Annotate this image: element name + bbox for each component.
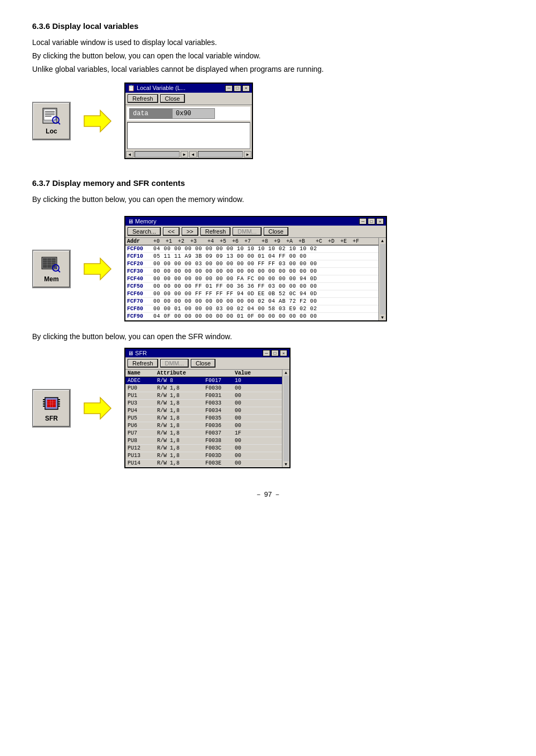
loc-icon-label: Loc xyxy=(46,128,57,135)
heading-636: 6.3.6 Display local variables xyxy=(32,21,504,31)
table-row: FCF4000 00 00 00 00 00 00 00 FA FC 00 00… xyxy=(125,275,378,283)
svg-rect-11 xyxy=(43,258,56,268)
close-btn-mem[interactable]: × xyxy=(376,218,384,224)
table-row: FCF7000 00 00 00 00 00 00 00 00 00 02 04… xyxy=(125,298,378,305)
table-row: PU1 R/W 1,8 F0031 00 xyxy=(125,392,282,400)
heading-637: 6.3.7 Display memory and SFR contents xyxy=(32,178,504,188)
para-636-3: Unlike global variables, local variables… xyxy=(32,64,504,75)
close-btn-localvar2[interactable]: Close xyxy=(160,94,185,103)
scroll-thumb-sfr xyxy=(284,376,289,461)
local-var-value: 0x90 xyxy=(172,108,215,119)
scroll-right-btn1[interactable]: ► xyxy=(181,151,188,158)
back-btn-mem[interactable]: << xyxy=(163,227,180,236)
scroll-down-sfr[interactable]: ▼ xyxy=(285,462,287,467)
local-var-fields: data 0x90 xyxy=(127,107,250,121)
dmm-btn-mem[interactable]: DMM... xyxy=(233,227,261,236)
sfr-button[interactable]: SFR xyxy=(32,389,71,428)
local-var-toolbar: Refresh Close xyxy=(125,93,252,105)
table-row: PU14 R/W 1,8 F003E 00 xyxy=(125,460,282,467)
table-row: FCF0004 00 00 00 00 00 00 00 10 10 10 10… xyxy=(125,245,378,253)
close-btn-sfr[interactable]: × xyxy=(280,350,287,356)
mem-title-text: 🖥 Memory xyxy=(128,218,157,224)
sfr-scrollbar[interactable]: ▲ ▼ xyxy=(282,370,289,467)
table-row: PU8 R/W 1,8 F0038 00 xyxy=(125,437,282,445)
scroll-thumb-mem xyxy=(380,244,385,315)
svg-rect-30 xyxy=(47,400,56,407)
close-btn-localvar[interactable]: × xyxy=(242,85,250,92)
table-row: FCF5000 00 00 00 FF 01 FF 00 36 36 FF 03… xyxy=(125,283,378,290)
scroll-down-mem[interactable]: ▼ xyxy=(381,315,384,320)
table-row: PU6 R/W 1,8 F0036 00 xyxy=(125,422,282,430)
para-637-sfr: By clicking the button below, you can op… xyxy=(32,331,504,342)
loc-icon xyxy=(41,107,62,126)
local-var-title-text: 📋 Local Variable (L... xyxy=(128,85,185,92)
memory-window: 🖥 Memory ─ □ × Search... << >> Refresh D… xyxy=(124,216,387,321)
table-row: FCF6000 00 00 00 FF FF FF FF 94 0D EE 0B… xyxy=(125,290,378,298)
scroll-up-sfr[interactable]: ▲ xyxy=(285,370,287,375)
search-btn-mem[interactable]: Search... xyxy=(128,227,161,236)
maximize-btn-localvar[interactable]: □ xyxy=(234,85,241,92)
table-row: PU3 R/W 1,8 F0033 00 xyxy=(125,400,282,407)
scroll-right-btn3[interactable]: ► xyxy=(244,151,251,158)
table-row: FCF1005 11 11 A9 3B 09 09 13 00 00 01 04… xyxy=(125,253,378,260)
fwd-btn-mem[interactable]: >> xyxy=(182,227,198,236)
mem-header: Addr +0 +1 +2 +3 +4 +5 +6 +7 +8 +9 +A xyxy=(125,238,378,245)
refresh-btn-localvar[interactable]: Refresh xyxy=(128,94,158,103)
scroll-up-mem[interactable]: ▲ xyxy=(381,238,384,243)
sfr-header: Name Attribute Value xyxy=(125,370,282,377)
scroll-track-h2[interactable] xyxy=(198,151,243,158)
table-row: PU12 R/W 1,8 F003C 00 xyxy=(125,445,282,452)
svg-marker-20 xyxy=(84,258,111,280)
sfr-title-bar: 🖥 SFR ─ □ × xyxy=(125,349,289,357)
mem-title-bar: 🖥 Memory ─ □ × xyxy=(125,217,386,226)
arrow-sfr xyxy=(81,395,114,422)
mem-button[interactable]: Mem xyxy=(32,250,71,288)
sfr-toolbar: Refresh DMM... Close xyxy=(125,357,289,370)
minimize-btn-mem[interactable]: ─ xyxy=(359,218,367,224)
close-btn-sfr2[interactable]: Close xyxy=(191,359,215,368)
arrow-mem xyxy=(81,256,114,282)
table-row: FCF9004 0F 00 00 00 00 00 00 01 0F 00 00… xyxy=(125,313,378,320)
mem-content-area: Addr +0 +1 +2 +3 +4 +5 +6 +7 +8 +9 +A xyxy=(125,238,386,320)
local-var-title-bar: 📋 Local Variable (L... ─ □ × xyxy=(125,84,252,93)
loc-button[interactable]: Loc xyxy=(32,102,71,140)
table-row: PU5 R/W 1,8 F0035 00 xyxy=(125,415,282,422)
scroll-track-h[interactable] xyxy=(135,151,180,158)
mem-icon-label: Mem xyxy=(44,275,58,283)
svg-point-19 xyxy=(54,266,56,268)
sfr-icon-label: SFR xyxy=(45,415,58,422)
minimize-btn-sfr[interactable]: ─ xyxy=(263,350,270,356)
para-636-1: Local variable window is used to display… xyxy=(32,37,504,48)
scroll-right-btn2[interactable]: ◄ xyxy=(189,151,197,158)
table-row: PU4 R/W 1,8 F0034 00 xyxy=(125,407,282,415)
arrow-636 xyxy=(81,108,114,134)
sfr-icon xyxy=(41,394,62,414)
local-var-title-buttons: ─ □ × xyxy=(225,85,250,92)
maximize-btn-mem[interactable]: □ xyxy=(368,218,375,224)
demo-row-memory: Mem 🖥 Memory ─ □ × Search... << >> Refre… xyxy=(32,216,504,321)
minimize-btn-localvar[interactable]: ─ xyxy=(225,85,233,92)
svg-line-7 xyxy=(58,122,60,124)
section-637: 6.3.7 Display memory and SFR contents By… xyxy=(32,178,504,468)
sfr-table-wrapper: Name Attribute Value ADEC R/W 8 F0017 10… xyxy=(125,370,289,467)
table-row: PU13 R/W 1,8 F003D 00 xyxy=(125,452,282,460)
local-variable-window: 📋 Local Variable (L... ─ □ × Refresh Clo… xyxy=(124,83,253,159)
mem-table: Addr +0 +1 +2 +3 +4 +5 +6 +7 +8 +9 +A xyxy=(125,238,378,320)
table-row: PU0 R/W 1,8 F0030 00 xyxy=(125,385,282,392)
table-row: FCF8000 00 01 00 00 00 03 00 02 04 00 58… xyxy=(125,305,378,313)
maximize-btn-sfr[interactable]: □ xyxy=(271,350,279,356)
refresh-btn-sfr[interactable]: Refresh xyxy=(128,359,158,368)
refresh-btn-mem[interactable]: Refresh xyxy=(200,227,231,236)
close2-btn-mem[interactable]: Close xyxy=(264,227,288,236)
table-row[interactable]: ADEC R/W 8 F0017 10 xyxy=(125,377,282,385)
table-row: PU7 R/W 1,8 F0037 1F xyxy=(125,430,282,437)
mem-toolbar: Search... << >> Refresh DMM... Close xyxy=(125,226,386,238)
page-number: － 97 － xyxy=(32,490,504,499)
mem-title-buttons: ─ □ × xyxy=(359,218,384,224)
sfr-window: 🖥 SFR ─ □ × Refresh DMM... Close Name At… xyxy=(124,348,291,468)
mem-scrollbar[interactable]: ▲ ▼ xyxy=(378,238,386,320)
scroll-left-btn[interactable]: ◄ xyxy=(126,151,133,158)
demo-row-636: Loc 📋 Local Variable (L... ─ □ × Refresh… xyxy=(32,83,504,159)
sfr-rows: ADEC R/W 8 F0017 10 PU0 R/W 1,8 F0030 00… xyxy=(125,377,282,467)
dmm-btn-sfr[interactable]: DMM... xyxy=(160,359,189,368)
